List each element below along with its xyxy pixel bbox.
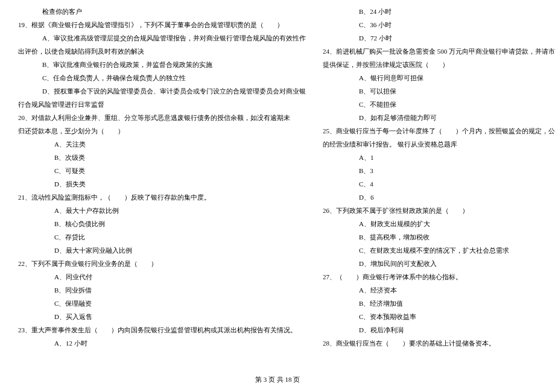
text-line: A、1 xyxy=(323,151,555,164)
text-line: B、提高税率，增加税收 xyxy=(323,230,555,244)
text-line: C、4 xyxy=(323,177,555,191)
text-line: 20、对借款人利用企业兼并、重组、分立等形式恶意逃废银行债务的授信余额，如没有逾… xyxy=(18,111,306,124)
text-line: D、损失类 xyxy=(18,177,306,191)
text-line: 28、商业银行应当在（ ）要求的基础上计提储备资本。 xyxy=(323,337,555,350)
left-column: 检查你的客户19、根据《商业银行合规风险管理指引》，下列不属于董事会的合规管理职… xyxy=(18,5,314,368)
right-column: B、24 小时C、36 小时D、72 小时24、前进机械厂购买一批设备急需资金 … xyxy=(314,5,555,368)
text-line: C、36 小时 xyxy=(323,18,555,31)
text-line: B、经济增加值 xyxy=(323,297,555,310)
text-line: 19、根据《商业银行合规风险管理指引》，下列不属于董事会的合规管理职责的是（ ） xyxy=(18,18,306,31)
text-line: 27、（ ）商业银行考评体系中的核心指标。 xyxy=(323,270,555,283)
text-line: B、核心负债比例 xyxy=(18,217,306,230)
text-line: B、审议批准商业银行的合规政策，并监督合规政策的实施 xyxy=(18,58,306,71)
text-line: D、6 xyxy=(323,191,555,204)
text-line: D、税后净利润 xyxy=(323,323,555,337)
text-line: 的经营业绩和审计报告。 银行从业资格总题库 xyxy=(323,138,555,151)
text-line: A、经济资本 xyxy=(323,283,555,297)
text-line: 检查你的客户 xyxy=(18,5,306,18)
text-line: B、24 小时 xyxy=(323,5,555,18)
text-line: C、保理融资 xyxy=(18,297,306,310)
text-line: 26、下列政策不属于扩张性财政政策的是（ ） xyxy=(323,204,555,217)
text-line: 23、重大声誉事件发生后（ ）内向国务院银行业监督管理机构或其派出机构报告有关情… xyxy=(18,323,306,337)
text-line: A、最大十户存款比例 xyxy=(18,204,306,217)
text-line: B、3 xyxy=(323,164,555,177)
text-line: 24、前进机械厂购买一批设备急需资金 500 万元向甲商业银行申请贷款，并请市第… xyxy=(323,45,555,58)
text-line: C、不能担保 xyxy=(323,98,555,111)
text-line: 22、下列不属于商业银行同业业务的是（ ） xyxy=(18,257,306,270)
text-line: C、任命合规负责人，并确保合规负责人的独立性 xyxy=(18,71,306,84)
text-line: C、存贷比 xyxy=(18,230,306,244)
text-line: 出评价，以使合规缺陷得到及时有效的解决 xyxy=(18,45,306,58)
text-line: D、最大十家同业融入比例 xyxy=(18,244,306,257)
text-line: A、12 小时 xyxy=(18,337,306,350)
text-line: 归还贷款本息，至少划分为（ ） xyxy=(18,124,306,138)
text-line: D、如有足够清偿能力即可 xyxy=(323,111,555,124)
text-line: A、关注类 xyxy=(18,138,306,151)
text-line: B、次级类 xyxy=(18,151,306,164)
text-line: 提供保证，并按照法律规定该医院（ ） xyxy=(323,58,555,71)
text-line: 行合规风险管理进行日常监督 xyxy=(18,98,306,111)
text-line: D、增加民间的可支配收入 xyxy=(323,257,555,270)
text-line: 25、商业银行应当于每一会计年度终了（ ）个月内，按照银监会的规定，公布其上一年… xyxy=(323,124,555,138)
text-line: A、同业代付 xyxy=(18,270,306,283)
text-line: D、72 小时 xyxy=(323,31,555,45)
text-line: D、授权董事会下设的风险管理委员会、审计委员会或专门设立的合规管理委员会对商业银 xyxy=(18,84,306,98)
text-line: D、买入返售 xyxy=(18,310,306,323)
text-line: A、审议批准高级管理层提交的合规风险管理报告，并对商业银行管理合规风险的有效性作 xyxy=(18,31,306,45)
text-line: C、可疑类 xyxy=(18,164,306,177)
text-line: A、银行同意即可担保 xyxy=(323,71,555,84)
text-line: 21、流动性风险监测指标中，（ ）反映了银行存款的集中度。 xyxy=(18,191,306,204)
text-line: C、在财政支出规模不变的情况下，扩大社会总需求 xyxy=(323,244,555,257)
text-line: B、可以担保 xyxy=(323,84,555,98)
text-line: B、同业拆借 xyxy=(18,283,306,297)
page-footer: 第 3 页 共 18 页 xyxy=(0,373,555,386)
text-line: C、资本预期收益率 xyxy=(323,310,555,323)
text-line: A、财政支出规模的扩大 xyxy=(323,217,555,230)
page-content: 检查你的客户19、根据《商业银行合规风险管理指引》，下列不属于董事会的合规管理职… xyxy=(0,0,555,368)
